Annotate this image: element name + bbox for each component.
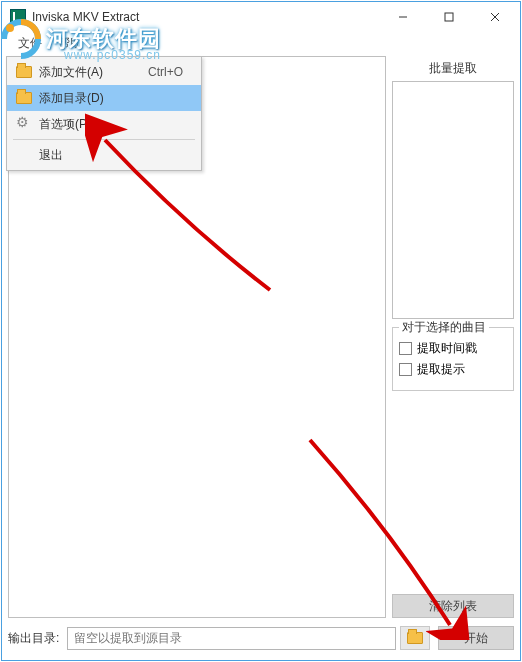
file-menu-dropdown: 添加文件(A) Ctrl+O 添加目录(D) 首选项(P) 退出 <box>6 56 202 171</box>
menu-add-dir[interactable]: 添加目录(D) <box>7 85 201 111</box>
bottom-bar: 输出目录: 开始 <box>8 624 514 652</box>
checkbox-icon <box>399 342 412 355</box>
menu-separator <box>13 139 195 140</box>
app-window: Inviska MKV Extract 文件 帮助 批量提取 对于选择的曲目 提… <box>1 1 521 661</box>
checkbox-label: 提取提示 <box>417 361 465 378</box>
menu-help[interactable]: 帮助 <box>50 33 90 54</box>
batch-extract-label: 批量提取 <box>392 56 514 81</box>
menu-add-file[interactable]: 添加文件(A) Ctrl+O <box>7 59 201 85</box>
menu-exit[interactable]: 退出 <box>7 142 201 168</box>
window-title: Inviska MKV Extract <box>32 10 380 24</box>
start-button[interactable]: 开始 <box>438 626 514 650</box>
checkbox-label: 提取时间戳 <box>417 340 477 357</box>
close-button[interactable] <box>472 2 518 32</box>
file-icon <box>13 66 35 78</box>
browse-folder-button[interactable] <box>400 626 430 650</box>
checkbox-row-cues[interactable]: 提取提示 <box>399 361 507 378</box>
titlebar: Inviska MKV Extract <box>2 2 520 32</box>
minimize-button[interactable] <box>380 2 426 32</box>
right-panel: 批量提取 对于选择的曲目 提取时间戳 提取提示 清除列表 <box>392 56 514 618</box>
output-dir-label: 输出目录: <box>8 630 63 647</box>
batch-list[interactable] <box>392 81 514 319</box>
maximize-button[interactable] <box>426 2 472 32</box>
output-dir-input[interactable] <box>67 627 396 650</box>
menubar: 文件 帮助 <box>2 32 520 54</box>
checkbox-row-timestamps[interactable]: 提取时间戳 <box>399 340 507 357</box>
clear-list-button[interactable]: 清除列表 <box>392 594 514 618</box>
checkbox-icon <box>399 363 412 376</box>
gear-icon <box>13 117 35 131</box>
svg-rect-1 <box>445 13 453 21</box>
menu-file[interactable]: 文件 <box>10 33 50 54</box>
folder-icon <box>13 92 35 104</box>
window-buttons <box>380 2 518 32</box>
app-icon <box>10 9 26 25</box>
group-label: 对于选择的曲目 <box>399 319 489 336</box>
menu-preferences[interactable]: 首选项(P) <box>7 111 201 137</box>
folder-icon <box>407 632 423 644</box>
track-options-group: 对于选择的曲目 提取时间戳 提取提示 <box>392 327 514 391</box>
